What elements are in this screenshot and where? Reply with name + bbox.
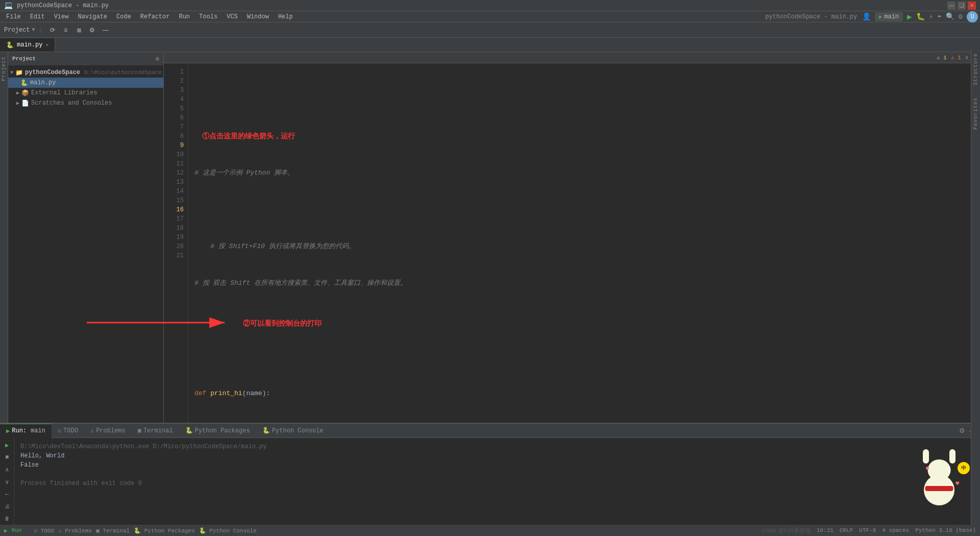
menu-edit[interactable]: Edit bbox=[26, 12, 49, 21]
python-version-indicator[interactable]: Python 3.10 (base) bbox=[915, 527, 976, 533]
nav-up-icon[interactable]: ∧ bbox=[965, 54, 969, 61]
menu-tools[interactable]: Tools bbox=[195, 12, 222, 21]
python-packages-label: Python Packages bbox=[195, 427, 250, 434]
collapse-all-icon[interactable]: ≡ bbox=[60, 25, 71, 36]
editor-warn-bar: ⚠ 1 ⚠ 1 ∧ ∨ bbox=[164, 52, 980, 63]
project-sidebar-label[interactable]: Project bbox=[1, 56, 7, 81]
favorites-icon[interactable]: Favorites bbox=[973, 98, 978, 130]
run-tab-icon: ▶ bbox=[6, 427, 10, 435]
tree-arrow-ext: ▶ bbox=[16, 90, 19, 96]
trash-btn[interactable]: 🗑 bbox=[2, 514, 12, 524]
app-icon: 💻 bbox=[4, 1, 13, 10]
menu-file[interactable]: File bbox=[2, 12, 25, 21]
wrap-output-btn[interactable]: ⟵ bbox=[2, 489, 12, 499]
search-btn[interactable]: 🔍 bbox=[946, 12, 954, 21]
user-icon[interactable]: 👤 bbox=[862, 12, 871, 21]
menu-vcs[interactable]: VCS bbox=[223, 12, 242, 21]
project-gear-icon[interactable]: ⚙ bbox=[156, 55, 159, 63]
bottom-content: ▶ ■ ∧ ∨ ⟵ 🖨 🗑 D:\Mico\devTool\Anaconda\p… bbox=[0, 438, 980, 526]
crlf-indicator[interactable]: CRLF bbox=[840, 527, 853, 533]
menu-navigate[interactable]: Navigate bbox=[74, 12, 111, 21]
structure-icon[interactable]: Structure bbox=[973, 53, 978, 85]
btab-problems[interactable]: ⚠ Problems bbox=[84, 424, 132, 438]
titlebar-controls[interactable]: — ❑ ✕ bbox=[947, 2, 976, 10]
terminal-label: Terminal bbox=[143, 427, 173, 434]
todo-tab-label: TODO bbox=[63, 427, 78, 434]
scroll-up-btn[interactable]: ∧ bbox=[2, 465, 12, 475]
python-file-icon: 🐍 bbox=[6, 41, 14, 49]
mascot: ♥ 中 bbox=[909, 459, 970, 521]
panel-settings-icon[interactable]: ⚙ bbox=[87, 25, 98, 36]
user-avatar[interactable]: U bbox=[967, 11, 978, 22]
hide-panel-icon[interactable]: — bbox=[100, 25, 111, 36]
tree-path-root: D:\Mico\pythonCodeSpace bbox=[84, 69, 162, 76]
code-line-4 bbox=[194, 205, 973, 214]
maximize-button[interactable]: ❑ bbox=[958, 2, 966, 10]
menu-refactor[interactable]: Refactor bbox=[136, 12, 174, 21]
project-header-label: Project bbox=[12, 56, 36, 62]
line-col-indicator[interactable]: 16:21 bbox=[817, 527, 834, 533]
python-console-status-btn[interactable]: 🐍 Python Console bbox=[199, 527, 257, 534]
indent-indicator[interactable]: 4 spaces bbox=[882, 527, 909, 533]
btab-python-packages[interactable]: 🐍 Python Packages bbox=[179, 424, 256, 438]
python-pkg-status-btn[interactable]: 🐍 Python Packages bbox=[134, 527, 195, 534]
ext-lib-icon: 📦 bbox=[21, 89, 29, 97]
sync-icon[interactable]: ⟳ bbox=[47, 25, 58, 36]
btab-python-console[interactable]: 🐍 Python Console bbox=[256, 424, 330, 438]
coverage-btn[interactable]: ☂ bbox=[937, 12, 941, 21]
python-console-label: Python Console bbox=[272, 427, 324, 434]
expand-all-icon[interactable]: ≣ bbox=[74, 25, 85, 36]
stop-btn[interactable]: ■ bbox=[2, 452, 12, 462]
code-content[interactable]: # 这是一个示例 Python 脚本。 # 按 Shift+F10 执行或将其替… bbox=[188, 63, 973, 423]
btab-todo[interactable]: ☑ TODO bbox=[52, 424, 84, 438]
todo-btn[interactable]: ☑ TODO bbox=[34, 527, 54, 534]
run-green-btn[interactable]: ▶ bbox=[907, 12, 912, 22]
bottom-settings-icon[interactable]: ⚙ bbox=[959, 427, 965, 434]
print-btn[interactable]: 🖨 bbox=[2, 501, 12, 511]
code-line-2 bbox=[194, 132, 973, 141]
debug-btn[interactable]: 🐛 bbox=[916, 12, 925, 21]
btab-run[interactable]: ▶ Run: main bbox=[0, 424, 52, 438]
tab-main-py[interactable]: 🐍 main.py ✕ bbox=[0, 38, 55, 52]
code-editor[interactable]: 1 2 3 4 5 6 7 8 9 10 11 12 13 14 15 16 1… bbox=[164, 63, 980, 423]
problems-status-btn[interactable]: ⚠ Problems bbox=[58, 527, 92, 534]
titlebar-title: pythonCodeSpace - main.py bbox=[17, 2, 109, 9]
error-count[interactable]: ⚠ 1 bbox=[951, 54, 961, 61]
menu-help[interactable]: Help bbox=[274, 12, 297, 21]
toolbar: Project ▼ | ⟳ ≡ ≣ ⚙ — bbox=[0, 22, 980, 38]
branch-selector[interactable]: ▶ main bbox=[875, 12, 903, 21]
scroll-down-btn[interactable]: ∨ bbox=[2, 477, 12, 487]
tree-item-scratches[interactable]: ▶ 📄 Scratches and Consoles bbox=[8, 98, 163, 108]
close-button[interactable]: ✕ bbox=[968, 2, 976, 10]
tree-label-main-py: main.py bbox=[30, 79, 56, 86]
bottom-tabs: ▶ Run: main ☑ TODO ⚠ Problems ▣ Terminal… bbox=[0, 424, 980, 438]
run-config-name: main bbox=[31, 427, 45, 434]
code-line-3: # 这是一个示例 Python 脚本。 bbox=[194, 168, 973, 178]
menu-view[interactable]: View bbox=[50, 12, 73, 21]
run-again-btn[interactable]: ▶ bbox=[2, 440, 12, 450]
warning-count[interactable]: ⚠ 1 bbox=[937, 54, 947, 61]
statusbar-right: CSDN @大白要变强 16:21 CRLF UTF-8 4 spaces Py… bbox=[762, 527, 976, 534]
minimize-button[interactable]: — bbox=[947, 2, 955, 10]
tree-item-main-py[interactable]: 🐍 main.py bbox=[8, 78, 163, 88]
python-console-icon: 🐍 bbox=[262, 427, 270, 434]
terminal-status-btn[interactable]: ▣ Terminal bbox=[96, 527, 130, 534]
btab-terminal[interactable]: ▣ Terminal bbox=[132, 424, 179, 438]
project-tree: ▼ 📁 pythonCodeSpace D:\Mico\pythonCodeSp… bbox=[8, 65, 163, 423]
profile-btn[interactable]: ⚡ bbox=[929, 12, 933, 21]
tree-item-root[interactable]: ▼ 📁 pythonCodeSpace D:\Mico\pythonCodeSp… bbox=[8, 67, 163, 78]
project-panel: Project ⚙ ▼ 📁 pythonCodeSpace D:\Mico\py… bbox=[8, 52, 164, 423]
settings-btn[interactable]: ⚙ bbox=[959, 12, 963, 21]
menu-code[interactable]: Code bbox=[112, 12, 135, 21]
run-status-icon[interactable]: ▶ bbox=[4, 527, 8, 534]
tree-arrow-root: ▼ bbox=[10, 70, 13, 76]
menu-window[interactable]: Window bbox=[243, 12, 273, 21]
menu-run[interactable]: Run bbox=[175, 12, 194, 21]
project-selector[interactable]: Project ▼ bbox=[4, 27, 35, 34]
tab-close-btn[interactable]: ✕ bbox=[45, 42, 48, 48]
tree-item-ext-libs[interactable]: ▶ 📦 External Libraries bbox=[8, 88, 163, 98]
bottom-panel: ▶ Run: main ☑ TODO ⚠ Problems ▣ Terminal… bbox=[0, 423, 980, 525]
encoding-indicator[interactable]: UTF-8 bbox=[859, 527, 876, 533]
problems-icon: ⚠ bbox=[90, 427, 94, 434]
annotation-1-text: ①点击这里的绿色箭头，运行 bbox=[202, 132, 295, 141]
